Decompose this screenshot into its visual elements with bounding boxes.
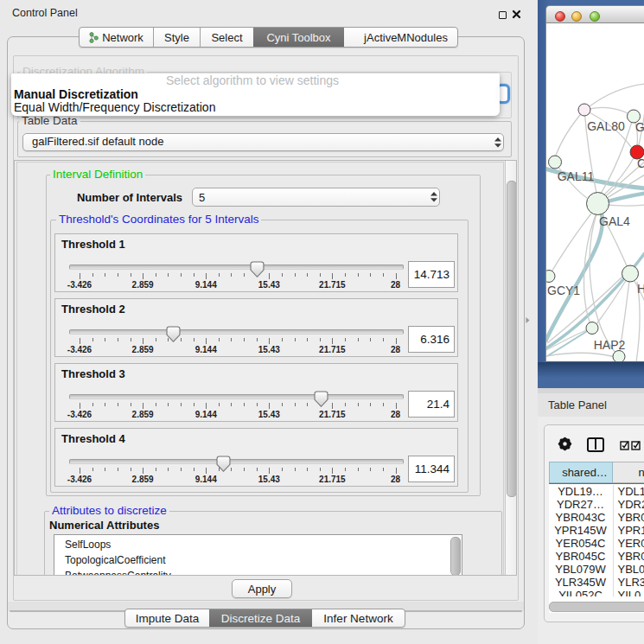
svg-text:GAL4: GAL4 [599,214,630,228]
svg-text:GAL11: GAL11 [558,169,595,183]
svg-text:GAL80: GAL80 [587,119,625,133]
svg-text:HI: HI [637,282,644,296]
svg-text:GAL1: GAL1 [635,120,644,134]
svg-text:HAP2: HAP2 [594,338,626,352]
svg-text:CY: CY [637,156,644,170]
svg-text:GCY1: GCY1 [547,284,580,297]
